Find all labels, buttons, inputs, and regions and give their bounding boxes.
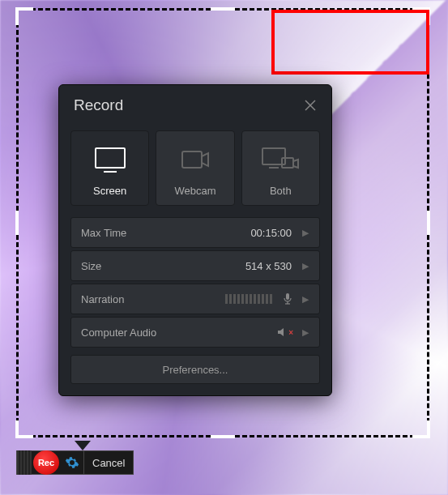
panel-title: Record [74,96,123,114]
record-panel: Record Screen Webcam [58,84,332,396]
max-time-value: 00:15:00 [250,227,298,239]
chevron-right-icon: ▶ [298,327,313,338]
annotation-highlight [271,10,429,75]
setting-max-time[interactable]: Max Time 00:15:00 ▶ [70,217,320,248]
mode-webcam-label: Webcam [174,185,215,197]
svg-rect-8 [286,293,289,300]
chevron-right-icon: ▶ [298,228,313,238]
mode-both-label: Both [270,185,292,197]
svg-rect-4 [182,151,202,168]
svg-rect-7 [282,158,293,168]
svg-rect-2 [96,148,125,168]
computer-audio-label: Computer Audio [81,326,272,339]
close-button[interactable] [302,97,318,113]
webcam-icon [176,143,215,176]
cancel-button[interactable]: Cancel [83,450,133,475]
mute-x-icon: × [288,328,293,337]
settings-button[interactable] [61,450,83,475]
chevron-right-icon: ▶ [298,294,313,305]
monitor-icon [91,143,130,176]
mode-both[interactable]: Both [241,130,320,206]
chevron-right-icon: ▶ [298,261,313,271]
preferences-label: Preferences... [163,364,228,376]
cancel-label: Cancel [92,457,125,469]
microphone-icon [282,292,293,305]
max-time-label: Max Time [81,227,250,239]
mode-screen[interactable]: Screen [70,130,149,206]
size-label: Size [81,260,245,272]
mode-webcam[interactable]: Webcam [156,130,234,206]
setting-narration[interactable]: Narration ▶ [70,284,320,314]
close-icon [304,99,317,112]
setting-computer-audio[interactable]: Computer Audio × ▶ [70,317,320,348]
gear-icon [65,455,79,470]
drag-handle[interactable] [17,450,32,475]
record-button[interactable]: Rec [33,450,59,475]
audio-level-meter [225,294,277,304]
speaker-mute-button[interactable]: × [272,326,298,338]
both-icon [259,143,301,176]
mode-screen-label: Screen [93,185,126,197]
setting-size[interactable]: Size 514 x 530 ▶ [70,250,320,281]
record-label: Rec [38,458,54,467]
microphone-button[interactable] [277,292,298,305]
capture-toolbar: Rec Cancel [16,450,134,475]
size-value: 514 x 530 [245,260,298,272]
popover-arrow [75,441,91,450]
preferences-button[interactable]: Preferences... [70,355,320,384]
narration-label: Narration [81,293,225,305]
